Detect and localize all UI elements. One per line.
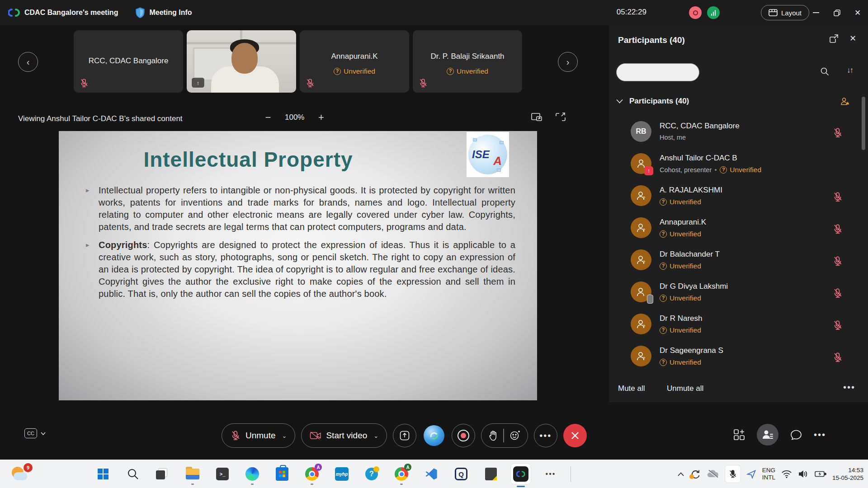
file-explorer-icon[interactable] [183,463,203,485]
video-tile-rcc[interactable]: RCC, CDAC Bangalore [74,30,183,93]
mic-muted-icon[interactable] [832,224,843,235]
onedrive-sync-icon[interactable] [690,469,701,479]
weather-widget[interactable]: 9 [10,464,33,484]
qr-app-icon[interactable]: Q [451,463,471,485]
recording-indicator-icon[interactable] [689,6,702,19]
more-panels-button[interactable]: ••• [814,430,826,440]
taskbar-search-icon[interactable] [123,463,143,485]
taskbar-separator [571,466,571,482]
leave-meeting-button[interactable] [563,424,587,447]
participants-button-active[interactable] [757,424,778,446]
participant-row[interactable]: ? Dr R Naresh ?Unverified [609,311,862,343]
minimize-button[interactable] [806,0,826,25]
invite-and-remind-button[interactable]: Invite and remind [616,63,699,81]
connection-quality-icon[interactable] [707,6,720,19]
shield-icon [135,7,145,18]
participant-row[interactable]: Dr G Divya Lakshmi ?Unverified [609,279,862,311]
mic-muted-icon[interactable] [832,320,843,331]
mic-muted-icon[interactable] [832,288,843,299]
participant-name: RCC, CDAC Bangalore [660,122,740,131]
share-content-button[interactable] [393,424,416,447]
start-button[interactable] [93,463,113,485]
search-icon[interactable] [820,67,829,76]
chevron-down-icon[interactable]: ⌄ [282,432,287,439]
webex-taskbar-icon-active[interactable] [511,463,531,485]
closed-captions-button[interactable]: CC [24,428,46,438]
fullscreen-icon[interactable] [556,113,566,122]
webex-assistant-button[interactable] [424,425,444,446]
chat-button[interactable] [790,429,802,441]
help-app-icon[interactable]: ? [362,463,382,485]
edge-browser-icon[interactable] [242,463,262,485]
participant-row[interactable]: ? Dr Balachander T ?Unverified [609,247,862,279]
video-tile-presenter[interactable]: ↑ [187,30,296,93]
tray-mic-muted-icon[interactable] [725,465,741,483]
close-window-button[interactable]: ✕ [847,0,868,25]
record-button[interactable] [452,424,475,447]
location-icon[interactable] [746,469,756,479]
unverified-icon: ? [660,198,667,206]
more-options-button[interactable]: ••• [534,424,557,447]
vscode-icon[interactable] [421,463,441,485]
wifi-icon[interactable] [781,469,792,479]
restore-button[interactable] [826,0,847,25]
reactions-smiley-icon[interactable] [509,430,520,441]
participants-more-icon[interactable]: ••• [843,382,855,393]
panel-scrollbar[interactable] [862,97,865,150]
apps-button[interactable] [733,429,745,441]
mic-muted-icon[interactable] [832,192,843,202]
unmute-all-button[interactable]: Unmute all [667,384,703,393]
task-view-icon[interactable] [153,463,173,485]
battery-charging-icon[interactable] [815,470,826,478]
pop-out-panel-icon[interactable] [830,34,838,43]
close-panel-icon[interactable]: ✕ [849,33,856,43]
tile-status: Unverified [457,67,488,75]
shared-content-header: Viewing Anshul Tailor C-DAC B's shared c… [0,111,609,129]
svg-text:?: ? [643,196,645,200]
tile-name: RCC, CDAC Bangalore [74,56,183,66]
tray-chevron-up-icon[interactable] [678,472,684,476]
cloud-offline-icon[interactable] [707,469,719,479]
participants-panel-title: Participants (40) [618,35,685,45]
participant-row[interactable]: ? Dr Sageengrana S ?Unverified [609,343,862,375]
mute-all-button[interactable]: Mute all [618,384,645,393]
microsoft-store-icon[interactable] [272,463,292,485]
filmstrip-prev-button[interactable]: ‹ [18,52,38,72]
participants-list: RB RCC, CDAC Bangalore Host, me ↑ Anshul… [609,118,862,379]
language-indicator[interactable]: ENG INTL [762,467,775,481]
video-tile-balaji[interactable]: Dr. P. Balaji Srikaanth ?Unverified [413,30,522,93]
raise-hand-icon[interactable] [489,430,498,441]
filmstrip-next-button[interactable]: › [558,52,578,72]
mic-muted-icon[interactable] [832,352,843,363]
zoom-in-button[interactable]: + [314,112,328,123]
meeting-info-label: Meeting Info [149,9,192,17]
unverified-icon: ? [720,166,727,174]
participant-row[interactable]: ? Annapurani.K ?Unverified [609,215,862,247]
terminal-icon[interactable]: >_ [212,463,232,485]
notes-app-icon[interactable] [481,463,501,485]
chrome-profile-b-icon[interactable]: A [392,463,411,485]
clock[interactable]: 14:53 15-05-2025 [832,466,863,482]
participant-row[interactable]: ? A. RAJALAKSHMI ?Unverified [609,183,862,215]
video-tile-annapurani[interactable]: Annapurani.K ?Unverified [300,30,409,93]
chrome-profile-a-icon[interactable]: A [302,463,322,485]
myhp-app-icon[interactable]: myhp [332,463,352,485]
zoom-out-button[interactable]: − [261,112,275,123]
pop-out-content-icon[interactable] [531,113,542,122]
mic-muted-icon[interactable] [832,256,843,267]
participants-section-header[interactable]: Participants (40) [616,97,850,106]
start-video-button[interactable]: Start video ⌄ [301,423,387,448]
participant-row[interactable]: ↑ Anshul Tailor C-DAC B Cohost, presente… [609,150,862,183]
layout-button[interactable]: Layout [761,5,809,20]
taskbar-overflow-icon[interactable]: ••• [541,463,561,485]
volume-icon[interactable] [798,469,809,479]
slide-title: Intellectual Property [59,147,537,172]
participant-row[interactable]: RB RCC, CDAC Bangalore Host, me [609,118,862,150]
meeting-info-button[interactable]: Meeting Info [135,7,192,18]
chevron-down-icon[interactable]: ⌄ [373,432,378,439]
isea-logo-text: ISE [472,148,490,161]
sort-icon[interactable]: ↓↑ [847,66,853,75]
mic-muted-icon[interactable] [832,127,843,138]
svg-text:?: ? [643,228,645,232]
unmute-button[interactable]: Unmute ⌄ [222,423,295,448]
